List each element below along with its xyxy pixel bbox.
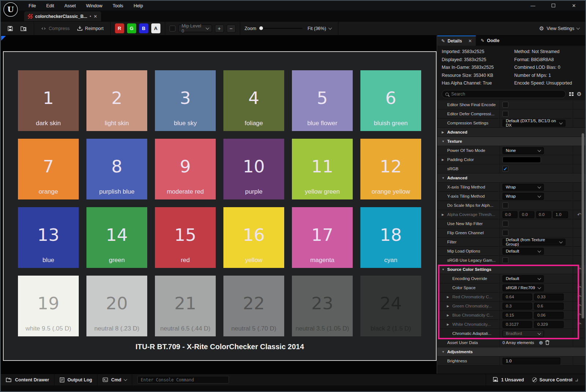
srgb-checkbox[interactable]: ✓ [502, 166, 508, 172]
expand-arrow-icon[interactable]: ▶ [447, 295, 450, 299]
compress-button[interactable]: Compress [38, 25, 72, 33]
use-new-mip-filter-checkbox[interactable] [502, 221, 508, 227]
close-button[interactable]: ✕ [569, 3, 579, 8]
info-max-ingame: Max In-Game: 3583x2525 [442, 65, 513, 70]
browse-to-asset-button[interactable] [18, 24, 29, 33]
color-space-dropdown[interactable]: sRGB / Rec709 [502, 284, 544, 291]
compression-settings-dropdown[interactable]: Default (DXT1/5, BC1/3 on DX [502, 120, 565, 127]
blue-chromaticity-x[interactable]: 0.15 [502, 312, 532, 319]
section-advanced-expanded[interactable]: ▼ Advanced [437, 173, 585, 183]
alpha-coverage-b[interactable]: 0.0 [536, 211, 551, 218]
panel-scrollbar[interactable] [582, 133, 584, 318]
search-box[interactable] [442, 90, 566, 98]
editor-defer-compression-checkbox[interactable] [502, 111, 508, 117]
minimize-button[interactable]: — [528, 3, 538, 8]
mip-plus-button[interactable]: + [215, 25, 224, 33]
settings-gear-icon[interactable]: ⚙ [577, 91, 582, 97]
asset-tab[interactable]: colorcheckerClassic_B... • ✕ [24, 11, 101, 21]
do-scale-mips-checkbox[interactable] [502, 202, 508, 208]
filter-dropdown[interactable]: Default (from Texture Group) [502, 239, 565, 246]
alpha-coverage-a[interactable]: 1.0 [553, 211, 568, 218]
output-log-button[interactable]: Output Log [55, 374, 97, 385]
source-control-button[interactable]: Source Control [532, 377, 578, 382]
swatch-label: cyan [360, 257, 421, 264]
collapse-arrow-icon[interactable]: ▼ [442, 176, 445, 180]
mip-minus-button[interactable]: − [227, 25, 235, 33]
red-chromaticity-x[interactable]: 0.64 [502, 294, 532, 300]
expand-arrow-icon[interactable]: ▶ [442, 131, 445, 134]
console-command-box[interactable] [137, 376, 229, 384]
srgb-legacy-checkbox[interactable] [502, 257, 508, 263]
property-row-compression-settings: Compression Settings Default (DXT1/5, BC… [437, 119, 585, 128]
section-source-color-settings[interactable]: ▼ Source Color Settings ↶ [437, 265, 585, 274]
zoom-slider-thumb[interactable] [259, 26, 263, 30]
add-element-icon[interactable]: ⊕ [539, 340, 543, 346]
menu-tools[interactable]: Tools [107, 1, 128, 11]
menu-file[interactable]: File [23, 1, 41, 11]
details-tab-close-icon[interactable]: ✕ [468, 38, 472, 44]
view-settings-label[interactable]: View Settings [546, 26, 574, 31]
green-chromaticity-y[interactable]: 0.6 [534, 303, 564, 310]
collapse-arrow-icon[interactable]: ▼ [442, 140, 445, 143]
red-chromaticity-y[interactable]: 0.33 [534, 294, 564, 300]
swatch-number: 13 [18, 225, 79, 245]
white-chromaticity-y[interactable]: 0.329 [534, 321, 564, 328]
blue-chromaticity-y[interactable]: 0.06 [534, 312, 564, 319]
blue-channel-button[interactable]: B [139, 23, 148, 33]
unsaved-button[interactable]: 1 Unsaved [493, 377, 524, 382]
texture-viewport[interactable]: 1 dark skin 2 light skin 3 blue sky 4 fo… [1, 36, 437, 374]
reset-to-default-icon[interactable]: ↶ [573, 320, 585, 329]
green-chromaticity-x[interactable]: 0.3 [502, 303, 532, 310]
content-drawer-button[interactable]: Content Drawer [1, 374, 55, 385]
console-command-input[interactable] [141, 377, 226, 382]
chromatic-adaptation-dropdown[interactable]: Bradford [502, 330, 544, 337]
padding-color-swatch[interactable] [502, 157, 541, 163]
save-button[interactable] [5, 24, 15, 33]
reimport-button[interactable]: Reimport [75, 24, 106, 33]
menu-asset[interactable]: Asset [59, 1, 81, 11]
mip-level-dropdown[interactable]: Mip Level 0 [178, 25, 212, 32]
trash-icon[interactable] [545, 340, 550, 345]
tab-oodle[interactable]: ✎ Oodle [476, 36, 503, 46]
alpha-coverage-g[interactable]: 0.0 [519, 211, 534, 218]
expand-arrow-icon[interactable]: ▶ [447, 305, 450, 308]
file-actions-group [1, 22, 34, 35]
section-adjustments[interactable]: ▼ Adjustments [437, 347, 585, 356]
power-of-two-mode-dropdown[interactable]: None [502, 147, 544, 154]
alpha-coverage-r[interactable]: 0.0 [502, 211, 518, 218]
menu-help[interactable]: Help [129, 1, 148, 11]
editor-show-final-encode-checkbox[interactable] [502, 102, 508, 108]
cmd-selector[interactable]: Cmd [97, 374, 132, 385]
collapse-arrow-icon[interactable]: ▼ [442, 350, 445, 354]
section-advanced-collapsed[interactable]: ▶ Advanced [437, 128, 585, 137]
tab-close-icon[interactable]: ✕ [94, 14, 97, 19]
expand-arrow-icon[interactable]: ▶ [447, 314, 450, 317]
search-input[interactable] [451, 92, 562, 97]
display-options-icon[interactable] [569, 92, 574, 96]
zoom-slider[interactable] [259, 28, 303, 29]
section-texture[interactable]: ▼ Texture [437, 137, 585, 146]
green-channel-button[interactable]: G [127, 23, 136, 33]
fit-dropdown[interactable]: Fit (36%) [305, 25, 334, 33]
expand-arrow-icon[interactable]: ▶ [447, 323, 450, 326]
white-chromaticity-x[interactable]: 0.3127 [502, 321, 532, 328]
y-axis-tiling-dropdown[interactable]: Wrap [502, 193, 544, 200]
alpha-channel-button[interactable]: A [151, 23, 160, 33]
content-drawer-label: Content Drawer [15, 377, 49, 382]
red-channel-button[interactable]: R [115, 23, 124, 33]
flip-green-channel-checkbox[interactable] [502, 230, 508, 236]
expand-arrow-icon[interactable]: ▶ [442, 158, 445, 161]
encoding-override-dropdown[interactable]: Default [502, 275, 544, 282]
mip-level-checkbox[interactable] [170, 26, 175, 31]
collapse-arrow-icon[interactable]: ▼ [442, 268, 445, 271]
menu-window[interactable]: Window [81, 1, 107, 11]
maximize-button[interactable] [549, 3, 558, 8]
x-axis-tiling-dropdown[interactable]: Wrap [502, 184, 544, 191]
menu-edit[interactable]: Edit [41, 1, 59, 11]
brightness-input[interactable]: 1.0 [502, 358, 560, 365]
tab-details[interactable]: ✎ Details ✕ [437, 36, 476, 46]
mip-load-options-dropdown[interactable]: Default [502, 248, 544, 255]
expand-arrow-icon[interactable]: ▶ [442, 213, 445, 216]
property-label: Do Scale Mips for Alph... [437, 201, 500, 210]
swatch-number: 12 [360, 156, 421, 176]
